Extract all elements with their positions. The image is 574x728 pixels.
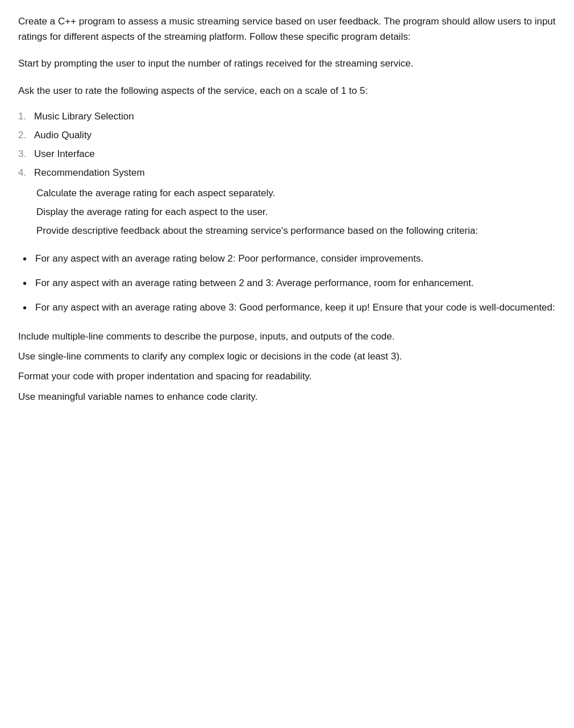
list-number-2: 2. (18, 127, 34, 143)
bullet-dot-3: • (23, 299, 35, 316)
bullet-text-1: For any aspect with an average rating be… (35, 251, 423, 266)
indented-para-2: Display the average rating for each aspe… (36, 204, 556, 220)
bottom-para-2: Use single-line comments to clarify any … (18, 349, 556, 364)
criteria-list: • For any aspect with an average rating … (18, 251, 556, 316)
list-number-3: 3. (18, 146, 34, 162)
bullet-text-2: For any aspect with an average rating be… (35, 275, 474, 291)
bullet-item-1: • For any aspect with an average rating … (18, 251, 556, 267)
bottom-instructions: Include multiple-line comments to descri… (18, 329, 556, 404)
indented-para-1: Calculate the average rating for each as… (36, 185, 556, 201)
list-number-1: 1. (18, 109, 34, 124)
list-item: 1. Music Library Selection (18, 109, 556, 124)
bullet-dot-1: • (23, 250, 35, 267)
bullet-text-3: For any aspect with an average rating ab… (35, 300, 555, 315)
list-text-1: Music Library Selection (34, 109, 134, 124)
list-number-4: 4. (18, 165, 34, 180)
list-item: 4. Recommendation System (18, 165, 556, 180)
bullet-dot-2: • (23, 275, 35, 292)
list-text-2: Audio Quality (34, 127, 91, 143)
list-text-4: Recommendation System (34, 165, 145, 180)
list-item: 2. Audio Quality (18, 127, 556, 143)
list-item: 3. User Interface (18, 146, 556, 162)
main-content: Create a C++ program to assess a music s… (18, 14, 556, 404)
bottom-para-4: Use meaningful variable names to enhance… (18, 389, 556, 404)
indented-para-3: Provide descriptive feedback about the s… (36, 223, 556, 238)
bottom-para-1: Include multiple-line comments to descri… (18, 329, 556, 344)
bullet-item-3: • For any aspect with an average rating … (18, 300, 556, 316)
bottom-para-3: Format your code with proper indentation… (18, 369, 556, 384)
indented-instructions: Calculate the average rating for each as… (18, 185, 556, 239)
bullet-item-2: • For any aspect with an average rating … (18, 275, 556, 292)
aspects-list: 1. Music Library Selection 2. Audio Qual… (18, 109, 556, 181)
intro-paragraph-3: Ask the user to rate the following aspec… (18, 83, 556, 98)
intro-paragraph-2: Start by prompting the user to input the… (18, 56, 556, 71)
intro-paragraph-1: Create a C++ program to assess a music s… (18, 14, 556, 44)
list-text-3: User Interface (34, 146, 95, 162)
